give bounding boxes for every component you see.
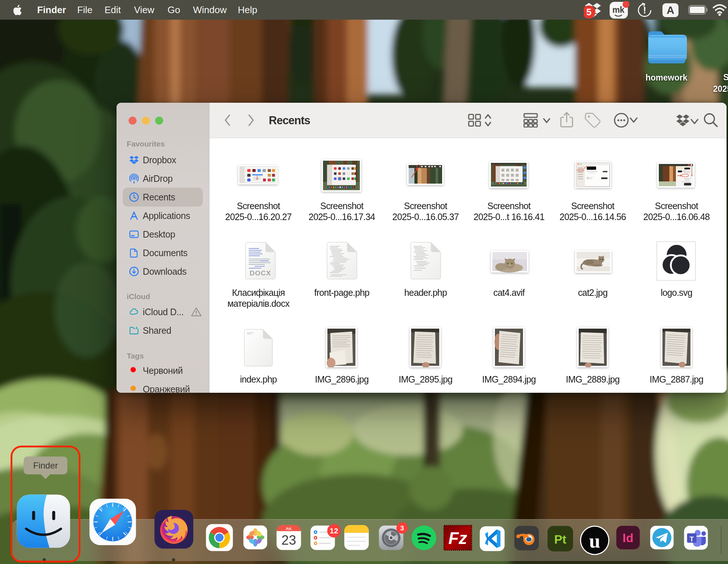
svg-text:12: 12 (330, 526, 338, 535)
svg-text:Fz: Fz (448, 529, 467, 548)
svg-text:!: ! (643, 5, 646, 16)
svg-text:Pt: Pt (554, 533, 567, 546)
svg-text:5: 5 (586, 7, 591, 17)
svg-text:A: A (667, 4, 674, 16)
svg-text:mk: mk (612, 5, 624, 15)
svg-text:u: u (589, 530, 601, 552)
svg-text:T: T (690, 535, 694, 543)
svg-text:23: 23 (282, 533, 296, 548)
svg-text:Id: Id (623, 531, 634, 545)
svg-text:JUL: JUL (286, 526, 292, 530)
svg-text:DOCX: DOCX (250, 269, 271, 277)
svg-text:3: 3 (400, 524, 404, 532)
